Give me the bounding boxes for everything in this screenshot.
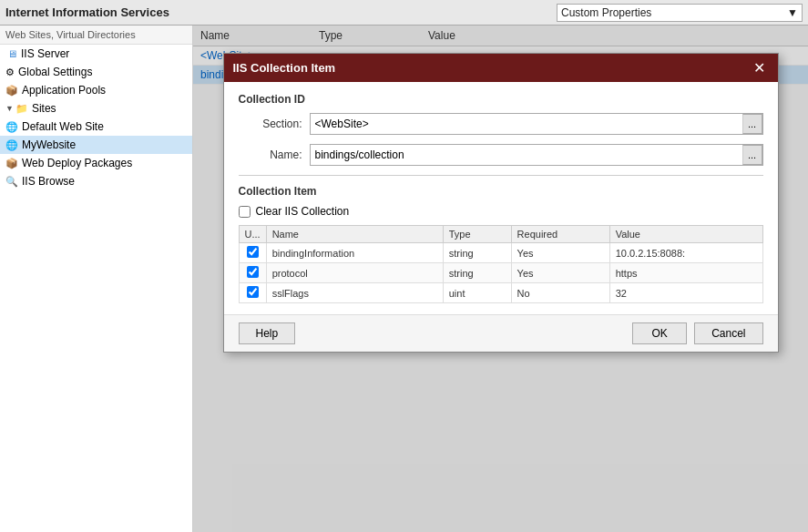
row-name-0: bindingInformation [266, 243, 443, 263]
row-value-1: https [609, 263, 762, 283]
row-name-2: sslFlags [266, 283, 443, 303]
sidebar-item-web-deploy-packages[interactable]: 📦 Web Deploy Packages [0, 154, 192, 172]
dialog-footer: Help OK Cancel [224, 314, 778, 352]
section-input[interactable] [311, 115, 742, 133]
sidebar-label-iis-browse: IIS Browse [22, 175, 75, 188]
section-label: Section: [239, 118, 302, 130]
sidebar-item-global-settings[interactable]: ⚙ Global Settings [0, 63, 192, 81]
row-checkbox-cell [239, 283, 266, 303]
sidebar-item-application-pools[interactable]: 📦 Application Pools [0, 81, 192, 99]
top-bar: Internet Information Services Custom Pro… [0, 0, 808, 26]
collection-item-section: Collection Item Clear IIS Collection U..… [239, 185, 763, 303]
sidebar-label-default-web-site: Default Web Site [22, 120, 104, 133]
default-site-icon: 🌐 [5, 121, 18, 133]
dialog-overlay: IIS Collection Item ✕ Collection ID Sect… [193, 26, 808, 532]
sidebar-label-mywebsite: MyWebsite [22, 138, 76, 151]
table-row: sslFlags uint No 32 [239, 283, 762, 303]
sidebar-label-web-deploy-packages: Web Deploy Packages [22, 157, 132, 169]
row-required-0: Yes [511, 243, 609, 263]
row-required-1: Yes [511, 263, 609, 283]
clear-collection-checkbox[interactable] [239, 206, 251, 218]
chevron-sites-icon: ▼ [5, 104, 14, 113]
settings-icon: ⚙ [5, 66, 15, 78]
row-value-0: 10.0.2.15:8088: [609, 243, 762, 263]
row-value-2: 32 [609, 283, 762, 303]
row-type-1: string [443, 263, 511, 283]
sidebar-header: Web Sites, Virtual Directories [0, 26, 192, 45]
name-form-row: Name: ... [239, 144, 763, 166]
table-row: protocol string Yes https [239, 263, 762, 283]
sidebar-label-iis-server: IIS Server [21, 47, 69, 60]
name-browse-button[interactable]: ... [742, 145, 762, 165]
dialog-title: IIS Collection Item [233, 61, 336, 75]
main-layout: Web Sites, Virtual Directories 🖥 IIS Ser… [0, 26, 808, 532]
custom-properties-dropdown[interactable]: Custom Properties ▼ [557, 4, 803, 22]
row-checkbox-cell [239, 263, 266, 283]
footer-right-buttons: OK Cancel [632, 322, 762, 344]
browse-icon: 🔍 [5, 176, 18, 188]
collection-id-section-label: Collection ID [239, 93, 763, 106]
dropdown-label: Custom Properties [561, 6, 651, 19]
divider [239, 175, 763, 176]
collection-item-section-label: Collection Item [239, 185, 763, 198]
app-title: Internet Information Services [5, 5, 547, 19]
mywebsite-icon: 🌐 [5, 139, 18, 151]
collection-items-table: U... Name Type Required Value binding [239, 225, 763, 303]
row-required-2: No [511, 283, 609, 303]
clear-collection-label: Clear IIS Collection [256, 205, 350, 218]
ok-button[interactable]: OK [632, 322, 687, 344]
name-label: Name: [239, 148, 302, 161]
col-header-u: U... [239, 226, 266, 243]
help-button[interactable]: Help [239, 322, 296, 344]
row-type-2: uint [443, 283, 511, 303]
sidebar-item-iis-browse[interactable]: 🔍 IIS Browse [0, 172, 192, 190]
col-header-name: Name [266, 226, 443, 243]
sidebar-item-mywebsite[interactable]: 🌐 MyWebsite [0, 136, 192, 154]
sidebar-item-default-web-site[interactable]: 🌐 Default Web Site [0, 118, 192, 136]
webdeploy-icon: 📦 [5, 158, 18, 169]
dialog-close-button[interactable]: ✕ [750, 59, 769, 77]
server-icon: 🖥 [7, 48, 17, 59]
name-input[interactable] [311, 146, 742, 164]
row-checkbox-2[interactable] [247, 286, 259, 298]
table-row: bindingInformation string Yes 10.0.2.15:… [239, 243, 762, 263]
sidebar-item-iis-server[interactable]: 🖥 IIS Server [0, 45, 192, 63]
clear-collection-row: Clear IIS Collection [239, 205, 763, 218]
row-type-0: string [443, 243, 511, 263]
sidebar-item-sites[interactable]: ▼ 📁 Sites [0, 99, 192, 118]
apppools-icon: 📦 [5, 85, 18, 97]
sidebar: Web Sites, Virtual Directories 🖥 IIS Ser… [0, 26, 193, 532]
row-name-1: protocol [266, 263, 443, 283]
col-header-type: Type [443, 226, 511, 243]
row-checkbox-0[interactable] [247, 246, 259, 258]
sidebar-label-sites: Sites [32, 102, 56, 115]
sidebar-label-global-settings: Global Settings [18, 66, 92, 78]
row-checkbox-1[interactable] [247, 266, 259, 278]
dialog-title-bar: IIS Collection Item ✕ [224, 54, 778, 82]
iis-collection-item-dialog: IIS Collection Item ✕ Collection ID Sect… [223, 53, 779, 353]
row-checkbox-cell [239, 243, 266, 263]
col-header-required: Required [511, 226, 609, 243]
sites-icon: 📁 [15, 103, 28, 115]
cancel-button[interactable]: Cancel [694, 322, 762, 344]
dropdown-arrow-icon: ▼ [787, 6, 798, 19]
dialog-body: Collection ID Section: ... Name: ... [224, 82, 778, 314]
col-header-value: Value [609, 226, 762, 243]
section-browse-button[interactable]: ... [742, 114, 762, 134]
section-form-row: Section: ... [239, 113, 763, 135]
content-area: Name Type Value <WebSite> bindings/colle… [193, 26, 808, 532]
name-input-wrap: ... [310, 144, 763, 166]
sidebar-label-application-pools: Application Pools [22, 84, 106, 97]
table-header-row: U... Name Type Required Value [239, 226, 762, 243]
section-input-wrap: ... [310, 113, 763, 135]
